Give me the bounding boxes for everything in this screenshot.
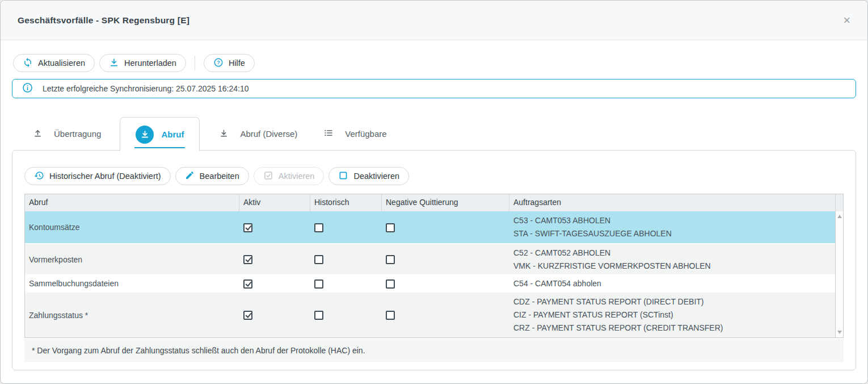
- checkbox-negative-quittierung[interactable]: [386, 223, 395, 232]
- history-icon: [34, 170, 44, 182]
- auftragsarten-cell: CDZ - PAYMENT STATUS REPORT (DIRECT DEBI…: [509, 295, 835, 335]
- refresh-button-label: Aktualisieren: [38, 59, 85, 68]
- tab-verfuegbare[interactable]: Verfügbare: [309, 117, 398, 151]
- checkbox-negative-quittierung[interactable]: [386, 255, 395, 264]
- table-row-kontoumsaetze[interactable]: Kontoumsätze C53 - CAMT053 ABHOLEN STA -…: [25, 211, 835, 244]
- refresh-button[interactable]: Aktualisieren: [13, 54, 95, 72]
- download-button[interactable]: Herunterladen: [99, 54, 186, 72]
- auftragsarten-cell: C52 - CAMT052 ABHOLEN VMK - KURZFRISTIGE…: [509, 247, 835, 273]
- auftragsart-line: CRZ - PAYMENT STATUS REPORT (CREDIT TRAN…: [513, 322, 835, 335]
- table-row-vormerkposten[interactable]: Vormerkposten C52 - CAMT052 ABHOLEN VMK …: [25, 244, 835, 274]
- list-icon: [323, 128, 334, 140]
- table-scrollbar[interactable]: [835, 194, 843, 337]
- download-button-label: Herunterladen: [124, 59, 176, 68]
- scrollbar-header-cap: [835, 194, 843, 211]
- help-button-label: Hilfe: [229, 59, 245, 68]
- auftragsart-line: C52 - CAMT052 ABHOLEN: [513, 247, 835, 260]
- tab-abruf[interactable]: Abruf: [120, 117, 200, 151]
- svg-text:?: ?: [217, 60, 220, 65]
- column-header-historisch: Historisch: [310, 194, 382, 211]
- info-icon: [22, 82, 33, 95]
- scrollbar-track[interactable]: [835, 211, 843, 337]
- row-label: Sammelbuchungsdateien: [25, 279, 239, 288]
- refresh-icon: [23, 57, 33, 69]
- toolbar-divider: [195, 56, 195, 70]
- table-row-sammelbuchungsdateien[interactable]: Sammelbuchungsdateien C54 - CAMT054 abho…: [25, 274, 835, 293]
- row-label: Kontoumsätze: [25, 223, 239, 232]
- auftragsart-line: CIZ - PAYMENT STATUS REPORT (SCTinst): [513, 308, 835, 322]
- checkbox-historisch[interactable]: [314, 311, 323, 320]
- checkbox-aktiv[interactable]: [243, 311, 252, 320]
- sync-info-banner: Letzte erfolgreiche Synchronisierung: 25…: [12, 79, 856, 98]
- download-circle-icon: [136, 126, 154, 144]
- activate-label: Aktivieren: [279, 172, 315, 181]
- historical-fetch-button[interactable]: Historischer Abruf (Deaktiviert): [24, 167, 171, 185]
- footnote-text: * Der Vorgang zum Abruf der Zahlungsstat…: [32, 346, 365, 355]
- tab-label: Übertragung: [54, 129, 101, 139]
- checkbox-negative-quittierung[interactable]: [386, 279, 395, 289]
- upload-icon: [33, 128, 43, 140]
- auftragsart-line: STA - SWIFT-TAGESAUSZUEGE ABHOLEN: [513, 227, 835, 240]
- abruf-table: Abruf Aktiv Historisch Negative Quittier…: [24, 194, 844, 338]
- activate-button[interactable]: Aktivieren: [254, 167, 325, 185]
- table-header: Abruf Aktiv Historisch Negative Quittier…: [25, 194, 835, 211]
- scroll-up-icon[interactable]: [837, 215, 842, 218]
- deactivate-button[interactable]: Deaktivieren: [328, 167, 409, 185]
- pencil-icon: [185, 170, 195, 182]
- tab-label: Abruf (Diverse): [240, 129, 297, 139]
- tab-abruf-diverse[interactable]: Abruf (Diverse): [200, 117, 309, 151]
- footnote-bar: * Der Vorgang zum Abruf der Zahlungsstat…: [24, 339, 844, 362]
- download-icon: [219, 128, 229, 140]
- edit-button[interactable]: Bearbeiten: [175, 167, 249, 185]
- table-row-zahlungsstatus[interactable]: Zahlungsstatus * CDZ - PAYMENT STATUS RE…: [25, 293, 835, 337]
- column-header-negative-quittierung: Negative Quittierung: [382, 194, 509, 211]
- tab-uebertragung[interactable]: Übertragung: [12, 117, 112, 151]
- column-header-abruf: Abruf: [25, 194, 239, 211]
- auftragsart-line: C54 - CAMT054 abholen: [513, 277, 835, 290]
- tab-bar: Übertragung Abruf Abruf (Diverse) Verfüg…: [12, 117, 856, 151]
- checkbox-aktiv[interactable]: [243, 279, 252, 289]
- checkbox-historisch[interactable]: [314, 223, 323, 232]
- title-bar: Geschäftsvorfälle - SPK Regensburg [E] ×: [1, 1, 867, 40]
- auftragsart-line: CDZ - PAYMENT STATUS REPORT (DIRECT DEBI…: [513, 295, 835, 308]
- sync-status-text: Letzte erfolgreiche Synchronisierung: 25…: [43, 84, 248, 93]
- checkbox-negative-quittierung[interactable]: [386, 311, 395, 320]
- checkbox-historisch[interactable]: [314, 255, 323, 264]
- checkbox-outline-icon: [338, 170, 348, 182]
- column-header-aktiv: Aktiv: [239, 194, 310, 211]
- checkbox-historisch[interactable]: [314, 279, 323, 289]
- row-label: Vormerkposten: [25, 255, 239, 264]
- tab-label: Abruf: [161, 130, 184, 139]
- auftragsart-line: C53 - CAMT053 ABHOLEN: [513, 214, 835, 227]
- close-icon: ×: [843, 13, 850, 27]
- checkbox-checked-icon: [263, 170, 273, 182]
- tab-label: Verfügbare: [345, 129, 386, 139]
- dialog-title: Geschäftsvorfälle - SPK Regensburg [E]: [18, 15, 189, 26]
- auftragsart-line: VMK - KURZFRISTIGE VORMERKPOSTEN ABHOLEN: [513, 260, 835, 273]
- dialog-window: Geschäftsvorfälle - SPK Regensburg [E] ×…: [0, 0, 868, 384]
- edit-label: Bearbeiten: [200, 172, 239, 181]
- help-button[interactable]: ? Hilfe: [204, 54, 255, 72]
- action-button-row: Historischer Abruf (Deaktiviert) Bearbei…: [24, 167, 844, 185]
- checkbox-aktiv[interactable]: [243, 255, 252, 264]
- auftragsarten-cell: C53 - CAMT053 ABHOLEN STA - SWIFT-TAGESA…: [509, 214, 835, 240]
- toolbar: Aktualisieren Herunterladen ? Hilfe: [13, 54, 867, 72]
- column-header-auftragsarten: Auftragsarten: [509, 194, 835, 211]
- checkbox-aktiv[interactable]: [243, 223, 252, 232]
- auftragsarten-cell: C54 - CAMT054 abholen: [509, 277, 835, 290]
- scroll-down-icon[interactable]: [837, 331, 842, 334]
- help-icon: ?: [213, 57, 224, 69]
- historical-fetch-label: Historischer Abruf (Deaktiviert): [49, 172, 161, 181]
- row-label: Zahlungsstatus *: [25, 311, 239, 320]
- download-icon: [109, 57, 119, 69]
- close-button[interactable]: ×: [843, 14, 850, 27]
- deactivate-label: Deaktivieren: [353, 172, 399, 181]
- abruf-tab-panel: Historischer Abruf (Deaktiviert) Bearbei…: [12, 150, 856, 370]
